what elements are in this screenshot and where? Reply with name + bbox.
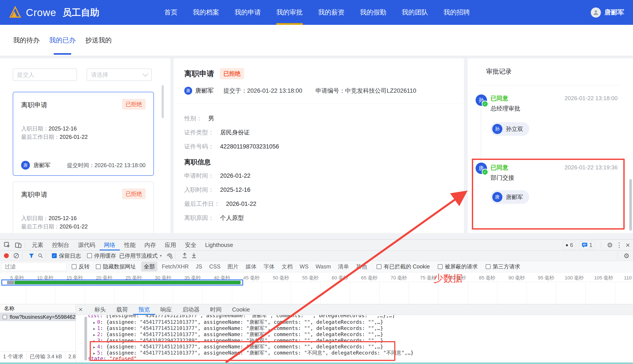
- record-icon[interactable]: [4, 253, 9, 258]
- page-tab-2[interactable]: 我的已办: [49, 25, 76, 56]
- card-title: 离职申请: [21, 190, 48, 199]
- type-select[interactable]: 请选择: [87, 68, 152, 81]
- devtools-tab-5[interactable]: 性能: [120, 240, 140, 250]
- filter-chip-3[interactable]: JS: [193, 262, 205, 271]
- json-row-2[interactable]: ▶2: {assignee: "45417714512101377", assi…: [93, 331, 383, 338]
- network-settings-gear-icon[interactable]: ⚙: [623, 252, 629, 260]
- devtools-tab-7[interactable]: 应用: [160, 240, 180, 250]
- submitter-input[interactable]: 提交人: [13, 68, 77, 81]
- request-detail-tab-3[interactable]: 预览: [133, 304, 155, 315]
- request-detail-tab-5[interactable]: 启动器: [177, 304, 205, 315]
- throttling-select[interactable]: 已停用节流模式: [119, 252, 158, 260]
- nav-item-2[interactable]: 我的档案: [193, 0, 219, 25]
- invert-checkbox[interactable]: 反转: [72, 263, 90, 270]
- json-value: "不同意": [383, 350, 405, 356]
- close-icon[interactable]: ×: [79, 306, 83, 313]
- json-row-0[interactable]: ▶0: {assignee: "45417714512101377", assi…: [93, 319, 383, 326]
- filter-chip-5[interactable]: 图片: [225, 262, 241, 272]
- nav-item-8[interactable]: 我的招聘: [443, 0, 470, 25]
- request-card[interactable]: 离职申请 已拒绝 入职日期：2025-12-16 最后工作日期：2026-01-…: [13, 182, 154, 233]
- checkbox-icon[interactable]: [3, 315, 7, 319]
- ruler-tick: 110 毫秒: [611, 274, 633, 281]
- request-detail-tab-2[interactable]: 载荷: [111, 304, 133, 315]
- devtools-tab-3[interactable]: 源代码: [74, 240, 100, 250]
- nav-item-7[interactable]: 我的团队: [402, 0, 428, 25]
- network-summary-bar: 1 个请求已传输 3.4 kB2.8 k: [0, 351, 76, 362]
- request-detail-tab-1[interactable]: 标头: [89, 304, 111, 315]
- network-conditions-icon[interactable]: [166, 252, 173, 259]
- triangle-right-icon: ▶: [93, 345, 95, 349]
- filter-chip-6[interactable]: 媒体: [243, 262, 259, 272]
- submitter-placeholder: 提交人: [17, 71, 34, 79]
- chat-bubble-icon: [582, 242, 587, 248]
- devtools-tab-9[interactable]: Lighthouse: [201, 240, 237, 250]
- page-tab-3[interactable]: 抄送我的: [85, 25, 112, 56]
- import-har-icon[interactable]: [182, 253, 188, 259]
- nav-item-6[interactable]: 我的假勤: [360, 0, 386, 25]
- json-row-5[interactable]: ▶5: {assignee: "45417714512101377", assi…: [93, 350, 414, 356]
- json-row-1[interactable]: ▶1: {assignee: "45417714512101377", assi…: [93, 325, 383, 332]
- filter-chip-2[interactable]: Fetch/XHR: [159, 262, 191, 271]
- todo-list-panel: 提交人 请选择 离职申请 已拒绝 入职日期：2025-12-16 最后工作日期：…: [0, 58, 170, 233]
- list-scrollbar[interactable]: [162, 85, 164, 118]
- page-tab-1[interactable]: 我的待办: [13, 25, 40, 56]
- filter-input[interactable]: 过滤: [2, 262, 66, 271]
- request-detail-tab-6[interactable]: 时间: [205, 304, 227, 315]
- filter-chip-1[interactable]: 全部: [141, 262, 157, 272]
- request-detail-tab-4[interactable]: 响应: [155, 304, 177, 315]
- devtools-tab-8[interactable]: 安全: [180, 240, 201, 250]
- submitted-at: 提交于：2026-01-22 13:18:00: [223, 87, 302, 95]
- request-detail-tab-7[interactable]: Cookie: [227, 304, 255, 315]
- devtools-tab-1[interactable]: 元素: [28, 240, 48, 250]
- settings-gear-icon[interactable]: ⚙: [607, 241, 613, 249]
- filter-chip-12[interactable]: 其他: [353, 262, 370, 272]
- preserve-log-checkbox[interactable]: ✓ 保留日志: [52, 252, 81, 260]
- more-filter-checkbox-3[interactable]: 第三方请求: [486, 263, 520, 270]
- approval-step: 总经理审批: [491, 104, 520, 112]
- preview-scrollbar[interactable]: [84, 316, 87, 360]
- field-label: 最后工作日：: [184, 200, 220, 207]
- request-card-selected[interactable]: 离职申请 已拒绝 入职日期：2025-12-16 最后工作日期：2026-01-…: [13, 92, 154, 176]
- filter-chip-7[interactable]: 字体: [261, 262, 277, 272]
- nav-item-1[interactable]: 首页: [164, 0, 177, 25]
- inspect-element-icon[interactable]: [4, 242, 11, 249]
- json-row-3[interactable]: ▶3: {assignee: "45431822942732289", assi…: [93, 337, 383, 344]
- request-number: 申请编号：中竞发科技公司LZ2026110: [315, 87, 416, 95]
- issues-button[interactable]: ●6: [563, 241, 576, 250]
- disable-cache-checkbox[interactable]: 停用缓存: [87, 252, 116, 260]
- devtools-tab-6[interactable]: 内存: [140, 240, 160, 250]
- filter-icon[interactable]: [28, 253, 35, 259]
- close-icon[interactable]: ×: [625, 241, 630, 249]
- filter-chip-11[interactable]: 清单: [335, 262, 352, 272]
- hide-data-urls-checkbox[interactable]: 隐藏数据网址: [96, 263, 136, 270]
- nav-item-5[interactable]: 我的薪资: [318, 0, 345, 25]
- json-key: delegateRecords: [316, 325, 362, 331]
- avatar: 唐: [492, 192, 502, 202]
- ruler-tick: 100 毫秒: [552, 274, 584, 281]
- json-value: "孙立双": [246, 338, 267, 343]
- waterfall-overview-selection[interactable]: [1, 280, 243, 286]
- clear-icon[interactable]: [13, 253, 19, 259]
- devtools-tab-4[interactable]: 网络: [100, 240, 120, 250]
- user-menu[interactable]: 唐郦军: [591, 8, 624, 18]
- more-filter-checkbox-2[interactable]: 被屏蔽的请求: [438, 263, 478, 270]
- nav-item-4[interactable]: 我的审批: [276, 0, 303, 25]
- filter-chip-4[interactable]: CSS: [206, 262, 223, 271]
- request-row-selected[interactable]: flow?businessKey=55984629...: [0, 313, 76, 321]
- device-toolbar-icon[interactable]: [15, 242, 22, 249]
- filter-chip-10[interactable]: Wasm: [313, 262, 334, 271]
- filter-chip-8[interactable]: 文档: [279, 262, 295, 272]
- field-label: 最后工作日期：: [21, 134, 60, 140]
- approver-avatar: 孙 ✓: [476, 94, 487, 106]
- approval-scrollbar[interactable]: [629, 179, 632, 231]
- more-filter-checkbox-1[interactable]: 有已拦截的 Cookie: [377, 263, 430, 270]
- nav-item-3[interactable]: 我的申请: [235, 0, 261, 25]
- devtools-tab-2[interactable]: 控制台: [48, 240, 74, 250]
- filter-chip-9[interactable]: WS: [297, 262, 311, 271]
- console-messages-button[interactable]: 1: [579, 241, 595, 250]
- more-menu-icon[interactable]: ⋮: [616, 241, 622, 249]
- json-key: assignee: [109, 332, 134, 337]
- json-row-4[interactable]: ▶4: {assignee: "45417714512101377", assi…: [93, 343, 383, 350]
- search-icon[interactable]: [38, 253, 43, 258]
- export-har-icon[interactable]: [191, 253, 197, 259]
